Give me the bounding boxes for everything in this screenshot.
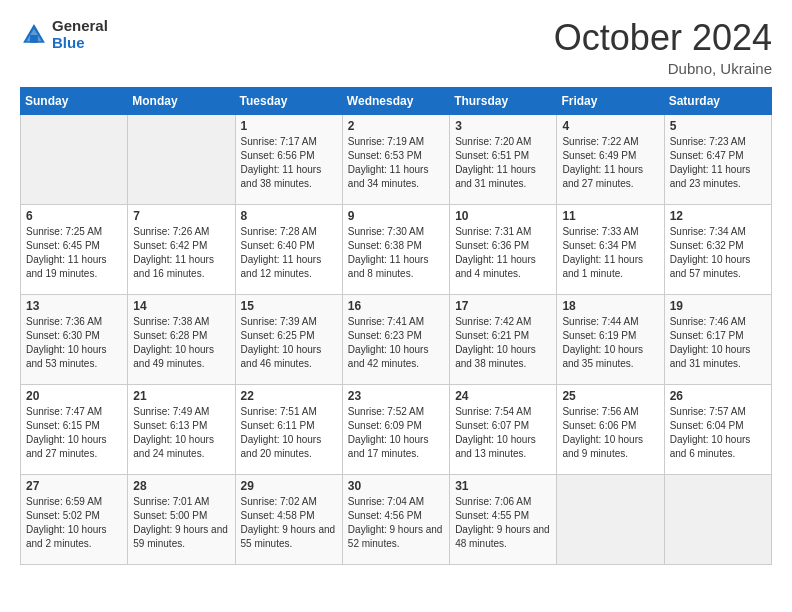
location: Dubno, Ukraine (554, 60, 772, 77)
day-number: 29 (241, 479, 337, 493)
day-number: 13 (26, 299, 122, 313)
month-title: October 2024 (554, 18, 772, 58)
day-cell: 4Sunrise: 7:22 AM Sunset: 6:49 PM Daylig… (557, 114, 664, 204)
day-cell: 26Sunrise: 7:57 AM Sunset: 6:04 PM Dayli… (664, 384, 771, 474)
day-info: Sunrise: 7:39 AM Sunset: 6:25 PM Dayligh… (241, 315, 337, 371)
week-row-5: 27Sunrise: 6:59 AM Sunset: 5:02 PM Dayli… (21, 474, 772, 564)
day-number: 27 (26, 479, 122, 493)
day-number: 6 (26, 209, 122, 223)
day-cell: 29Sunrise: 7:02 AM Sunset: 4:58 PM Dayli… (235, 474, 342, 564)
day-cell: 8Sunrise: 7:28 AM Sunset: 6:40 PM Daylig… (235, 204, 342, 294)
header: General Blue October 2024 Dubno, Ukraine (20, 18, 772, 77)
day-info: Sunrise: 7:38 AM Sunset: 6:28 PM Dayligh… (133, 315, 229, 371)
day-cell: 28Sunrise: 7:01 AM Sunset: 5:00 PM Dayli… (128, 474, 235, 564)
day-number: 11 (562, 209, 658, 223)
day-cell (128, 114, 235, 204)
day-number: 28 (133, 479, 229, 493)
day-number: 16 (348, 299, 444, 313)
day-cell: 23Sunrise: 7:52 AM Sunset: 6:09 PM Dayli… (342, 384, 449, 474)
header-row: SundayMondayTuesdayWednesdayThursdayFrid… (21, 87, 772, 114)
day-cell: 14Sunrise: 7:38 AM Sunset: 6:28 PM Dayli… (128, 294, 235, 384)
col-header-sunday: Sunday (21, 87, 128, 114)
week-row-4: 20Sunrise: 7:47 AM Sunset: 6:15 PM Dayli… (21, 384, 772, 474)
day-number: 22 (241, 389, 337, 403)
day-cell: 3Sunrise: 7:20 AM Sunset: 6:51 PM Daylig… (450, 114, 557, 204)
day-cell: 2Sunrise: 7:19 AM Sunset: 6:53 PM Daylig… (342, 114, 449, 204)
day-number: 14 (133, 299, 229, 313)
day-info: Sunrise: 7:34 AM Sunset: 6:32 PM Dayligh… (670, 225, 766, 281)
day-info: Sunrise: 7:51 AM Sunset: 6:11 PM Dayligh… (241, 405, 337, 461)
day-info: Sunrise: 7:25 AM Sunset: 6:45 PM Dayligh… (26, 225, 122, 281)
day-info: Sunrise: 7:31 AM Sunset: 6:36 PM Dayligh… (455, 225, 551, 281)
day-cell: 25Sunrise: 7:56 AM Sunset: 6:06 PM Dayli… (557, 384, 664, 474)
day-number: 24 (455, 389, 551, 403)
day-cell: 18Sunrise: 7:44 AM Sunset: 6:19 PM Dayli… (557, 294, 664, 384)
day-cell: 22Sunrise: 7:51 AM Sunset: 6:11 PM Dayli… (235, 384, 342, 474)
day-number: 21 (133, 389, 229, 403)
day-info: Sunrise: 7:28 AM Sunset: 6:40 PM Dayligh… (241, 225, 337, 281)
day-info: Sunrise: 7:33 AM Sunset: 6:34 PM Dayligh… (562, 225, 658, 281)
day-cell: 21Sunrise: 7:49 AM Sunset: 6:13 PM Dayli… (128, 384, 235, 474)
day-cell: 1Sunrise: 7:17 AM Sunset: 6:56 PM Daylig… (235, 114, 342, 204)
day-cell: 5Sunrise: 7:23 AM Sunset: 6:47 PM Daylig… (664, 114, 771, 204)
day-info: Sunrise: 7:22 AM Sunset: 6:49 PM Dayligh… (562, 135, 658, 191)
day-number: 10 (455, 209, 551, 223)
day-info: Sunrise: 7:30 AM Sunset: 6:38 PM Dayligh… (348, 225, 444, 281)
day-cell (557, 474, 664, 564)
day-info: Sunrise: 7:41 AM Sunset: 6:23 PM Dayligh… (348, 315, 444, 371)
day-number: 19 (670, 299, 766, 313)
day-number: 9 (348, 209, 444, 223)
day-number: 12 (670, 209, 766, 223)
day-info: Sunrise: 7:54 AM Sunset: 6:07 PM Dayligh… (455, 405, 551, 461)
day-cell: 31Sunrise: 7:06 AM Sunset: 4:55 PM Dayli… (450, 474, 557, 564)
calendar-table: SundayMondayTuesdayWednesdayThursdayFrid… (20, 87, 772, 565)
col-header-saturday: Saturday (664, 87, 771, 114)
logo-general: General (52, 18, 108, 35)
day-number: 2 (348, 119, 444, 133)
logo-blue: Blue (52, 35, 108, 52)
day-number: 3 (455, 119, 551, 133)
day-info: Sunrise: 7:20 AM Sunset: 6:51 PM Dayligh… (455, 135, 551, 191)
day-info: Sunrise: 7:17 AM Sunset: 6:56 PM Dayligh… (241, 135, 337, 191)
day-info: Sunrise: 7:02 AM Sunset: 4:58 PM Dayligh… (241, 495, 337, 551)
day-cell (21, 114, 128, 204)
day-cell: 12Sunrise: 7:34 AM Sunset: 6:32 PM Dayli… (664, 204, 771, 294)
day-number: 20 (26, 389, 122, 403)
day-info: Sunrise: 7:42 AM Sunset: 6:21 PM Dayligh… (455, 315, 551, 371)
day-cell: 24Sunrise: 7:54 AM Sunset: 6:07 PM Dayli… (450, 384, 557, 474)
day-number: 8 (241, 209, 337, 223)
day-cell: 7Sunrise: 7:26 AM Sunset: 6:42 PM Daylig… (128, 204, 235, 294)
day-number: 30 (348, 479, 444, 493)
col-header-thursday: Thursday (450, 87, 557, 114)
day-number: 25 (562, 389, 658, 403)
day-info: Sunrise: 7:06 AM Sunset: 4:55 PM Dayligh… (455, 495, 551, 551)
day-info: Sunrise: 6:59 AM Sunset: 5:02 PM Dayligh… (26, 495, 122, 551)
day-number: 23 (348, 389, 444, 403)
day-number: 18 (562, 299, 658, 313)
day-number: 4 (562, 119, 658, 133)
day-cell: 9Sunrise: 7:30 AM Sunset: 6:38 PM Daylig… (342, 204, 449, 294)
day-info: Sunrise: 7:23 AM Sunset: 6:47 PM Dayligh… (670, 135, 766, 191)
day-cell: 15Sunrise: 7:39 AM Sunset: 6:25 PM Dayli… (235, 294, 342, 384)
day-cell: 16Sunrise: 7:41 AM Sunset: 6:23 PM Dayli… (342, 294, 449, 384)
logo-text: General Blue (52, 18, 108, 51)
day-number: 17 (455, 299, 551, 313)
logo-icon (20, 21, 48, 49)
day-info: Sunrise: 7:04 AM Sunset: 4:56 PM Dayligh… (348, 495, 444, 551)
day-cell: 30Sunrise: 7:04 AM Sunset: 4:56 PM Dayli… (342, 474, 449, 564)
col-header-tuesday: Tuesday (235, 87, 342, 114)
day-cell: 13Sunrise: 7:36 AM Sunset: 6:30 PM Dayli… (21, 294, 128, 384)
day-info: Sunrise: 7:47 AM Sunset: 6:15 PM Dayligh… (26, 405, 122, 461)
day-info: Sunrise: 7:57 AM Sunset: 6:04 PM Dayligh… (670, 405, 766, 461)
logo: General Blue (20, 18, 108, 51)
day-cell: 20Sunrise: 7:47 AM Sunset: 6:15 PM Dayli… (21, 384, 128, 474)
col-header-monday: Monday (128, 87, 235, 114)
day-cell: 27Sunrise: 6:59 AM Sunset: 5:02 PM Dayli… (21, 474, 128, 564)
day-cell: 11Sunrise: 7:33 AM Sunset: 6:34 PM Dayli… (557, 204, 664, 294)
day-info: Sunrise: 7:19 AM Sunset: 6:53 PM Dayligh… (348, 135, 444, 191)
day-cell: 17Sunrise: 7:42 AM Sunset: 6:21 PM Dayli… (450, 294, 557, 384)
day-info: Sunrise: 7:01 AM Sunset: 5:00 PM Dayligh… (133, 495, 229, 551)
day-number: 5 (670, 119, 766, 133)
page: General Blue October 2024 Dubno, Ukraine… (0, 0, 792, 612)
day-number: 7 (133, 209, 229, 223)
